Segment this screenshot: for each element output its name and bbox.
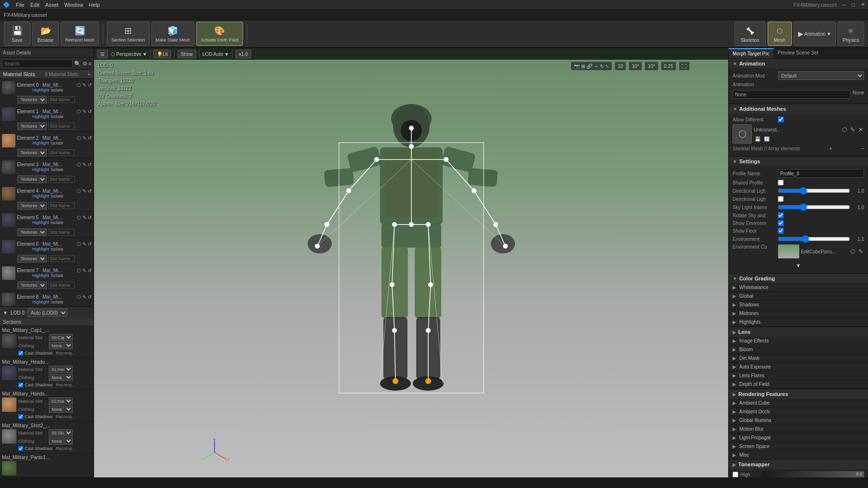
mat-link-icon-7[interactable]: ⬡ [77, 268, 81, 273]
section-thumb-1[interactable] [2, 366, 16, 380]
shared-profile-checkbox[interactable] [778, 180, 784, 185]
slot-name-input-7[interactable] [48, 282, 75, 289]
mat-link-icon-3[interactable]: ⬡ [77, 162, 81, 167]
material-thumb-8[interactable] [2, 293, 15, 306]
mat-edit-icon-5[interactable]: ✎ [82, 215, 86, 220]
material-thumb-5[interactable] [2, 213, 15, 227]
isolate-btn-2[interactable]: Isolate [51, 141, 64, 145]
cg-global[interactable]: ▶ Global [729, 292, 868, 301]
section-thumb-4[interactable] [2, 461, 16, 475]
physics-button[interactable]: ⚛ Physics [838, 22, 864, 46]
search-icon[interactable]: 🔍 [74, 61, 81, 67]
dir-light-slider[interactable] [778, 187, 850, 194]
isolate-btn-8[interactable]: Isolate [51, 300, 64, 304]
highlight-btn-5[interactable]: Highlight [32, 220, 49, 225]
profile-name-input[interactable] [778, 169, 864, 178]
highlight-btn-0[interactable]: Highlight [32, 88, 49, 92]
skeleton-button[interactable]: 🦴 Skeleton [734, 22, 766, 46]
texture-select-5[interactable]: Textures [17, 228, 47, 236]
browse-button[interactable]: 📂 Browse [32, 22, 59, 46]
add-material-slot-button[interactable]: + [88, 71, 91, 77]
mat-edit-icon-3[interactable]: ✎ [82, 162, 86, 167]
settings-section-header[interactable]: ▼ Settings [729, 157, 868, 166]
anim-mode-select[interactable]: Default [778, 71, 864, 80]
material-thumb-2[interactable] [2, 134, 15, 147]
section-thumb-2[interactable] [2, 397, 16, 412]
viewport-menu-button[interactable]: ☰ [97, 50, 108, 58]
mat-link-icon-5[interactable]: ⬡ [77, 215, 81, 220]
section-1-mat-slot[interactable]: 01:Hea [49, 366, 73, 373]
material-thumb-7[interactable] [2, 266, 15, 280]
lod-auto-dropdown[interactable]: LOD Auto ▼ [203, 52, 229, 57]
cg-midtones[interactable]: ▶ Midtones [729, 309, 868, 318]
lod-header[interactable]: ▼ LOD 0 Auto (LOD0) [0, 307, 94, 318]
section-thumb-3[interactable] [2, 429, 16, 444]
mesh-reload-button[interactable]: 🔄 [763, 135, 771, 143]
isolate-btn-3[interactable]: Isolate [51, 167, 64, 172]
mat-link-icon-8[interactable]: ⬡ [77, 294, 81, 300]
isolate-btn-0[interactable]: Isolate [51, 88, 64, 92]
mat-edit-icon-6[interactable]: ✎ [82, 241, 86, 247]
section-3-cast-shadows[interactable] [18, 446, 23, 451]
section-2-mat-slot[interactable]: 02:Han [49, 397, 73, 405]
viewport[interactable]: ☰ ⬡ Perspective ▼ 💡 Lit Show LOD Auto ▼ … [94, 48, 728, 477]
window-close[interactable]: ✕ [861, 1, 865, 8]
section-2-clothing[interactable]: None [49, 406, 73, 413]
mat-link-icon-1[interactable]: ⬡ [77, 109, 81, 114]
env-cube-link-btn[interactable]: ⬡ [849, 247, 856, 256]
cg-whitebalance[interactable]: ▶ Whitebalance [729, 283, 868, 292]
lens-bloom[interactable]: ▶ Bloom [729, 345, 868, 354]
mat-reset-icon-4[interactable]: ↺ [88, 188, 92, 194]
mat-edit-icon-4[interactable]: ✎ [82, 188, 86, 194]
highlight-btn-4[interactable]: Highlight [32, 194, 49, 198]
highlight-btn-3[interactable]: Highlight [32, 167, 49, 172]
slot-name-input-1[interactable] [48, 123, 75, 130]
rf-ambient-cube[interactable]: ▶ Ambient Cube [729, 399, 868, 408]
rf-global-illum[interactable]: ▶ Global Illumina [729, 416, 868, 425]
mesh-button[interactable]: ⬡ Mesh [768, 22, 792, 46]
mesh-edit-button[interactable]: ✎ [849, 125, 856, 134]
mesh-save-button[interactable]: 💾 [754, 135, 761, 143]
fullscreen-button[interactable]: ⛶ [679, 62, 690, 70]
material-thumb-6[interactable] [2, 240, 15, 253]
rf-ambient-occl[interactable]: ▶ Ambient Occlc [729, 408, 868, 416]
reimport-button[interactable]: 🔄 Reimport Mesh [61, 22, 99, 46]
section-3-clothing[interactable]: None [49, 437, 73, 445]
env-cube-edit-btn[interactable]: ✎ [857, 247, 864, 256]
texture-select-1[interactable]: Textures [17, 122, 47, 130]
isolate-btn-7[interactable]: Isolate [51, 273, 64, 278]
show-button[interactable]: Show [177, 50, 196, 58]
mat-reset-icon-6[interactable]: ↺ [88, 241, 92, 247]
slot-name-input-5[interactable] [48, 229, 75, 236]
cg-highlights[interactable]: ▶ Highlights [729, 318, 868, 327]
mesh-delete-button[interactable]: ✕ [857, 125, 864, 134]
section-6-clothing[interactable]: None [49, 342, 73, 349]
texture-select-7[interactable]: Textures [17, 281, 47, 289]
scale-button[interactable]: x1.0 [235, 50, 251, 58]
lens-dirt-mask[interactable]: ▶ Dirt Mask [729, 354, 868, 363]
color-grading-header[interactable]: ▼ Color Grading [729, 274, 868, 283]
tonemapper-header[interactable]: ▶ Tonemapper [729, 460, 868, 469]
section-2-cast-shadows[interactable] [18, 414, 23, 419]
allow-different-checkbox[interactable] [778, 117, 784, 122]
environment-slider[interactable] [778, 236, 850, 242]
section-thumb-6[interactable] [2, 334, 16, 348]
fov-button[interactable]: 0.25 [661, 62, 676, 70]
filter-icon[interactable]: ⚙ [82, 61, 87, 67]
additional-meshes-header[interactable]: ▼ Additional Meshes [729, 104, 868, 114]
material-thumb-4[interactable] [2, 187, 15, 200]
make-static-button[interactable]: 🧊 Make Static Mesh [151, 22, 195, 46]
remove-array-button[interactable]: − [861, 145, 864, 151]
mat-edit-icon-0[interactable]: ✎ [82, 82, 86, 88]
mat-reset-icon-2[interactable]: ↺ [88, 135, 92, 141]
slot-name-input-3[interactable] [48, 176, 75, 183]
window-minimize[interactable]: ─ [842, 2, 846, 8]
slot-name-input-0[interactable] [48, 96, 75, 103]
mat-reset-icon-7[interactable]: ↺ [88, 268, 92, 273]
texture-select-6[interactable]: Textures [17, 255, 47, 263]
search-input[interactable] [2, 59, 73, 68]
lod-dropdown[interactable]: Auto (LOD0) [27, 308, 68, 317]
material-thumb-3[interactable] [2, 160, 15, 174]
highlight-btn-8[interactable]: Highlight [32, 300, 49, 304]
isolate-btn-6[interactable]: Isolate [51, 247, 64, 251]
